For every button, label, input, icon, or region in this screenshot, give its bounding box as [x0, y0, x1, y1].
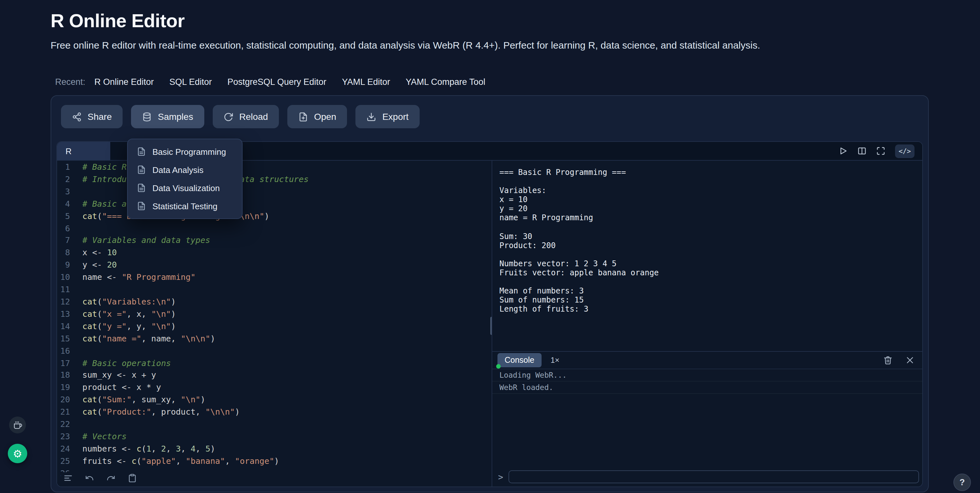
panel-resize-handle[interactable]: [490, 317, 492, 335]
code-text: product <- x * y: [70, 382, 161, 394]
samples-menu: Basic Programming Data Analysis Data Vis…: [127, 139, 243, 219]
trash-icon[interactable]: [883, 356, 892, 365]
reload-icon: [224, 112, 234, 122]
r-online-editor-page: R Online Editor Free online R editor wit…: [0, 0, 980, 493]
code-line: 3: [57, 186, 492, 198]
line-number: 24: [57, 443, 70, 455]
code-panel[interactable]: 1# Basic R Programming2# Introduction to…: [57, 161, 492, 487]
code-line: 18sum_xy <- x + y: [57, 369, 492, 382]
open-button[interactable]: Open: [287, 105, 347, 128]
code-line: 17# Basic operations: [57, 357, 492, 369]
console-log-line: Loading WebR...: [492, 369, 922, 382]
console-log-line: WebR loaded.: [492, 382, 922, 394]
line-number: 17: [57, 357, 70, 369]
code-line: 14cat("y =", y, "\n"): [57, 321, 492, 333]
menu-item-label: Data Visualization: [153, 183, 220, 193]
code-text: [70, 284, 83, 296]
format-icon[interactable]: [64, 474, 73, 483]
line-number: 12: [57, 296, 70, 308]
code-text: name <- "R Programming": [70, 271, 196, 284]
code-line: 19product <- x * y: [57, 382, 492, 394]
menu-item-basic-programming[interactable]: Basic Programming: [131, 143, 239, 161]
export-button[interactable]: Export: [356, 105, 420, 128]
console-input[interactable]: [509, 470, 919, 483]
recent-link[interactable]: SQL Editor: [169, 77, 212, 87]
help-button[interactable]: ?: [953, 474, 971, 491]
code-badge-icon[interactable]: </>: [895, 144, 915, 158]
page-title: R Online Editor: [51, 10, 185, 32]
database-icon: [142, 112, 152, 122]
recent-label: Recent:: [55, 77, 85, 87]
share-icon: [72, 112, 82, 122]
code-actions: [61, 472, 140, 484]
code-line: 20cat("Sum:", sum_xy, "\n"): [57, 394, 492, 406]
line-number: 15: [57, 333, 70, 345]
code-text: cat("x =", x, "\n"): [70, 308, 176, 321]
menu-item-data-analysis[interactable]: Data Analysis: [131, 161, 239, 179]
line-number: 6: [57, 222, 70, 235]
line-number: 4: [57, 198, 70, 210]
code-line: 21cat("Product:", product, "\n\n"): [57, 406, 492, 418]
copy-icon[interactable]: [128, 474, 137, 483]
line-number: 10: [57, 271, 70, 284]
tab-console[interactable]: Console: [498, 353, 542, 367]
output-text: === Basic R Programming === Variables: x…: [492, 161, 922, 351]
run-count-badge: 1×: [550, 356, 559, 365]
split-view-icon[interactable]: [858, 146, 867, 155]
code-line: 10name <- "R Programming": [57, 271, 492, 284]
code-line: 22: [57, 418, 492, 431]
page-subtitle: Free online R editor with real-time exec…: [51, 40, 760, 51]
recent-link[interactable]: YAML Editor: [342, 77, 390, 87]
code-text: [70, 418, 83, 431]
line-number: 18: [57, 369, 70, 382]
console-tab-label: Console: [504, 356, 535, 365]
line-number: 21: [57, 406, 70, 418]
share-button[interactable]: Share: [61, 105, 123, 128]
editor-view-controls: </>: [838, 142, 922, 160]
coffee-button[interactable]: [9, 417, 26, 433]
recent-link[interactable]: YAML Compare Tool: [406, 77, 485, 87]
reload-button-label: Reload: [239, 111, 268, 122]
file-text-icon: [137, 165, 146, 174]
code-text: fruits <- c("apple", "banana", "orange"): [70, 455, 279, 468]
console-log: Loading WebR...WebR loaded.: [492, 369, 922, 394]
line-number: 3: [57, 186, 70, 198]
code-text: [70, 222, 83, 235]
line-number: 23: [57, 431, 70, 443]
run-icon[interactable]: [838, 146, 848, 155]
line-number: 25: [57, 455, 70, 468]
menu-item-statistical-testing[interactable]: Statistical Testing: [131, 197, 239, 215]
recent-link[interactable]: PostgreSQL Query Editor: [228, 77, 326, 87]
code-line: 6: [57, 222, 492, 235]
code-line: 24numbers <- c(1, 2, 3, 4, 5): [57, 443, 492, 455]
code-text: cat("Sum:", sum_xy, "\n"): [70, 394, 205, 406]
code-text: cat("name =", name, "\n\n"): [70, 333, 215, 345]
file-text-icon: [137, 183, 146, 192]
code-text: cat("Product:", product, "\n\n"): [70, 406, 240, 418]
recent-link[interactable]: R Online Editor: [94, 77, 154, 87]
code-text: cat("Variables:\n"): [70, 296, 176, 308]
line-number: 19: [57, 382, 70, 394]
menu-item-label: Basic Programming: [153, 147, 226, 157]
settings-button[interactable]: ⚙: [8, 444, 27, 463]
code-text: # Variables and data types: [70, 235, 210, 247]
close-icon[interactable]: [905, 356, 915, 365]
code-text: y <- 20: [70, 260, 117, 272]
undo-icon[interactable]: [85, 474, 94, 483]
console-panel: Console 1× Loading WebR...WebR loaded.: [492, 351, 922, 487]
code-text: # Vectors: [70, 431, 127, 443]
samples-button[interactable]: Samples: [131, 105, 204, 128]
redo-icon[interactable]: [107, 474, 115, 483]
tab-r[interactable]: R: [57, 142, 110, 160]
share-button-label: Share: [88, 111, 112, 122]
recent-links: Recent: R Online EditorSQL EditorPostgre…: [55, 77, 485, 87]
code-line: 15cat("name =", name, "\n\n"): [57, 333, 492, 345]
fullscreen-icon[interactable]: [876, 146, 885, 155]
code-text: [70, 345, 83, 357]
code-line: 4# Basic arithmetic and variables: [57, 198, 492, 210]
samples-button-label: Samples: [158, 111, 193, 122]
menu-item-data-visualization[interactable]: Data Visualization: [131, 179, 239, 197]
export-button-label: Export: [382, 111, 409, 122]
reload-button[interactable]: Reload: [213, 105, 279, 128]
code-line: 11: [57, 284, 492, 296]
